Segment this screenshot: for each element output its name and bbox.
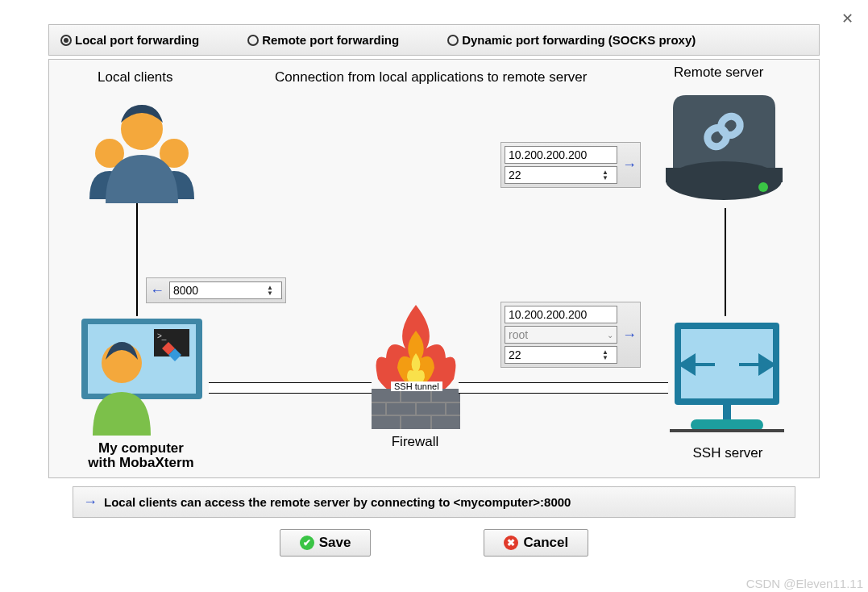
chevron-down-icon: ⌄ xyxy=(607,331,613,340)
ssh-server-label: SSH server xyxy=(647,445,808,461)
tab-local[interactable]: Local port forwarding xyxy=(60,33,199,47)
computer-icon: >_ xyxy=(73,315,210,438)
spinner-icon[interactable]: ▲▼ xyxy=(602,348,613,361)
cancel-label: Cancel xyxy=(523,535,568,551)
radio-icon xyxy=(247,35,259,46)
svg-rect-29 xyxy=(723,405,731,421)
check-icon: ✔ xyxy=(300,536,314,550)
remote-port-value: 22 xyxy=(509,169,521,181)
my-computer-l2: with MobaXterm xyxy=(60,455,222,471)
link-line xyxy=(136,203,138,316)
ssh-user-value: root xyxy=(509,328,528,341)
remote-server-icon xyxy=(662,84,787,211)
ssh-port-value: 22 xyxy=(509,348,521,361)
cross-icon: ✖ xyxy=(504,536,518,550)
hint-text: Local clients can access the remote serv… xyxy=(104,495,571,509)
tab-remote[interactable]: Remote port forwarding xyxy=(247,33,399,47)
tab-local-label: Local port forwarding xyxy=(75,33,199,47)
svg-rect-21 xyxy=(666,168,783,182)
ssh-port-input[interactable]: 22 ▲▼ xyxy=(505,346,617,364)
tunnel-left xyxy=(209,382,372,394)
link-line xyxy=(725,208,726,316)
arrow-right-icon: → xyxy=(83,494,98,511)
svg-rect-30 xyxy=(691,419,763,431)
cancel-button[interactable]: ✖ Cancel xyxy=(484,529,588,557)
svg-rect-31 xyxy=(670,429,784,432)
radio-icon xyxy=(60,35,72,46)
remote-server-label: Remote server xyxy=(674,65,763,81)
local-clients-label: Local clients xyxy=(98,69,173,85)
local-port-input[interactable]: 8000 ▲▼ xyxy=(169,281,282,299)
remote-host-value: 10.200.200.200 xyxy=(509,148,587,161)
ssh-server-icon xyxy=(667,316,787,448)
mode-tabs: Local port forwarding Remote port forwar… xyxy=(48,24,820,56)
tab-dynamic-label: Dynamic port forwarding (SOCKS proxy) xyxy=(462,33,696,47)
tab-remote-label: Remote port forwarding xyxy=(262,33,399,47)
dialog-buttons: ✔ Save ✖ Cancel xyxy=(0,529,868,557)
hint-bar: → Local clients can access the remote se… xyxy=(73,486,795,518)
svg-point-22 xyxy=(758,182,768,192)
sshserver-panel: 10.200.200.200 root ⌄ 22 ▲▼ → xyxy=(500,302,641,368)
connection-title: Connection from local applications to re… xyxy=(275,69,587,85)
arrow-left-icon: ← xyxy=(150,282,164,299)
arrow-right-icon: → xyxy=(622,327,637,344)
ssh-tunnel-label: SSH tunnel xyxy=(391,381,442,391)
firewall-label: Firewall xyxy=(334,434,496,450)
spinner-icon[interactable]: ▲▼ xyxy=(267,284,278,297)
local-port-panel: ← 8000 ▲▼ xyxy=(146,277,286,303)
remote-port-input[interactable]: 22 ▲▼ xyxy=(505,166,617,184)
radio-icon xyxy=(447,35,459,46)
people-icon xyxy=(81,90,202,206)
save-label: Save xyxy=(319,535,351,551)
watermark: CSDN @Eleven11.11 xyxy=(746,577,863,590)
remote-host-input[interactable]: 10.200.200.200 xyxy=(505,146,617,164)
local-port-value: 8000 xyxy=(173,284,198,297)
ssh-user-select[interactable]: root ⌄ xyxy=(505,326,617,344)
ssh-host-value: 10.200.200.200 xyxy=(509,308,587,321)
firewall-icon xyxy=(355,298,476,438)
arrow-right-icon: → xyxy=(622,156,637,173)
spinner-icon[interactable]: ▲▼ xyxy=(602,169,613,181)
close-icon[interactable]: ✕ xyxy=(841,10,853,27)
diagram-canvas: Local clients Connection from local appl… xyxy=(48,59,820,478)
my-computer-l1: My computer xyxy=(60,440,222,457)
tab-dynamic[interactable]: Dynamic port forwarding (SOCKS proxy) xyxy=(447,33,696,47)
svg-text:>_: >_ xyxy=(157,331,167,340)
tunnel-right xyxy=(459,382,668,394)
save-button[interactable]: ✔ Save xyxy=(280,529,372,557)
ssh-host-input[interactable]: 10.200.200.200 xyxy=(505,306,617,323)
remote-panel: 10.200.200.200 22 ▲▼ → xyxy=(500,142,641,188)
